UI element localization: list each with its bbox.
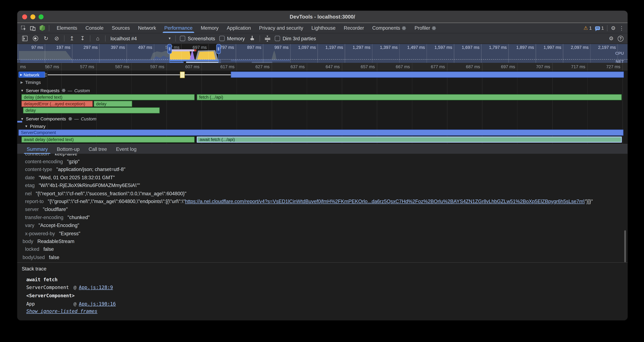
garbage-collect-icon[interactable] (249, 35, 256, 42)
divider (64, 35, 64, 42)
memory-checkbox[interactable]: Memory (219, 36, 245, 41)
inspect-element-icon[interactable] (21, 25, 26, 31)
tab-memory[interactable]: Memory (197, 23, 223, 33)
triangle-down-icon: ▼ (20, 117, 24, 121)
timeline-entry-delayederror-ayed-exception[interactable]: delayedError (...ayed exception) (22, 101, 93, 107)
more-options-icon[interactable]: ⋮ (619, 25, 624, 31)
tab-profiler[interactable]: Profiler (410, 23, 440, 33)
devtools-tabbar: ElementsConsoleSourcesNetworkPerformance… (17, 23, 628, 33)
property-row-transfer-encoding: transfer-encoding"chunked" (17, 213, 628, 221)
overview-tick-label: 1,297 ms (352, 45, 372, 50)
nodejs-icon[interactable] (40, 25, 45, 31)
tab-application[interactable]: Application (223, 23, 255, 33)
timeline-entry-await-delay-deferred-text[interactable]: await delay (deferred text) (22, 136, 195, 143)
tab-call-tree[interactable]: Call tree (84, 144, 112, 154)
devtools-window: DevTools - localhost:3000/ ElementsConso… (17, 10, 628, 321)
frame-source-link[interactable]: App.js:128:9 (79, 285, 113, 290)
property-value: "gzip" (67, 159, 80, 165)
history-dropdown[interactable]: localhost #4 ▼ (110, 36, 171, 41)
zoom-window-button[interactable] (39, 15, 44, 19)
timeline-entry[interactable] (231, 72, 624, 78)
tab-event-log[interactable]: Event log (112, 144, 141, 154)
summary-scroll-area[interactable]: connection"keep-alive"content-encoding"g… (17, 154, 628, 262)
download-profile-icon[interactable]: ↧ (79, 35, 86, 42)
help-icon[interactable]: ? (618, 36, 624, 41)
property-name: x-powered-by (25, 230, 55, 236)
timeline-entry[interactable] (180, 72, 185, 78)
upload-profile-icon[interactable]: ↥ (68, 35, 75, 42)
window-left-handle[interactable] (167, 44, 172, 54)
stack-frame: ServerComponent@App.js:128:9 (22, 283, 628, 291)
tab-recorder[interactable]: Recorder (340, 23, 368, 33)
minimize-window-button[interactable] (30, 15, 35, 19)
property-row-connection: connection"keep-alive" (17, 154, 628, 158)
checkbox-icon (219, 36, 224, 41)
tab-sources[interactable]: Sources (108, 23, 134, 33)
capture-settings-gear-icon[interactable]: ⚙ (609, 36, 614, 41)
server-components-track-header[interactable]: ▼ Server Components — Custom (17, 115, 628, 123)
await-row: await delay (deferred text)await fetch (… (17, 136, 628, 143)
tab-console[interactable]: Console (81, 23, 108, 33)
timeline-entry-delay[interactable]: delay (23, 107, 160, 113)
clear-recording-icon[interactable]: ⊘ (54, 35, 60, 42)
warnings-badge[interactable]: ⚠ 1 (584, 26, 592, 31)
primary-group-row[interactable]: ▼ Primary (17, 123, 628, 129)
tab-lighthouse[interactable]: Lighthouse (307, 23, 340, 33)
overview-baseline (17, 59, 628, 60)
overview-tick-label: 1,197 ms (325, 45, 345, 50)
network-track[interactable]: ▶ Network (17, 71, 628, 79)
timeline-ruler[interactable]: ms567 ms577 ms587 ms597 ms607 ms617 ms62… (17, 63, 628, 71)
property-value: false (49, 254, 60, 260)
record-button[interactable] (32, 35, 38, 42)
property-row-date: date"Wed, 01 Oct 2025 18:32:01 GMT" (17, 174, 628, 181)
react-atom-icon (62, 88, 66, 93)
property-value: "Express" (59, 230, 80, 236)
track-resize-grip[interactable] (44, 73, 47, 77)
network-track-label[interactable]: ▶ Network (18, 72, 45, 78)
property-name: content-encoding (25, 159, 63, 165)
timeline-entry-fetch-api[interactable]: fetch (.../api) (197, 94, 622, 100)
tab-performance[interactable]: Performance (160, 23, 197, 33)
timeline-overview[interactable]: 97 ms197 ms297 ms397 ms497 ms597 ms697 m… (17, 44, 628, 63)
tab-elements[interactable]: Elements (52, 23, 82, 33)
ruler-tick-label: 657 ms (361, 64, 377, 69)
shrink-timeline-icon[interactable] (264, 35, 271, 42)
property-row-bodyused: bodyUsedfalse (17, 253, 628, 261)
scrollbar-thumb[interactable] (624, 230, 626, 262)
tab-privacy-and-security[interactable]: Privacy and security (255, 23, 307, 33)
property-value: "chunked" (68, 214, 90, 220)
settings-gear-icon[interactable]: ⚙ (611, 25, 616, 31)
server-requests-track-header[interactable]: ▼ Server Requests — Custom (17, 87, 628, 94)
window-right-handle[interactable] (216, 44, 221, 54)
timeline-entry-await-fetch-api[interactable]: await fetch (.../api) (197, 136, 622, 143)
home-live-metrics-icon[interactable]: ⌂ (94, 35, 101, 42)
overview-tick-label: 197 ms (56, 45, 72, 50)
show-ignore-listed-frames-link[interactable]: Show ignore-listed frames (26, 308, 98, 314)
titlebar: DevTools - localhost:3000/ (17, 11, 628, 23)
issues-badge[interactable]: 1 (595, 26, 604, 31)
tab-components[interactable]: Components (368, 23, 410, 33)
close-window-button[interactable] (22, 15, 27, 19)
tab-bottom-up[interactable]: Bottom-up (52, 144, 84, 154)
tab-network[interactable]: Network (134, 23, 160, 33)
overview-tick-label: 1,097 ms (298, 45, 318, 50)
toggle-sidebar-icon[interactable] (22, 35, 28, 42)
tab-label: Lighthouse (312, 25, 336, 31)
property-value: "keep-alive" (53, 154, 79, 156)
tab-label: Privacy and security (259, 25, 303, 31)
timeline-entry-delay-deferred-text[interactable]: delay (deferred text) (22, 94, 195, 100)
timings-track[interactable]: ▶ Timings (17, 79, 628, 86)
screenshots-checkbox[interactable]: Screenshots (180, 36, 215, 41)
tab-summary[interactable]: Summary (22, 144, 52, 154)
report-endpoint-link[interactable]: https://a.nel.cloudflare.com/report/v4?s… (185, 199, 584, 204)
record-and-reload-icon[interactable]: ↻ (43, 35, 49, 42)
checkbox-icon (275, 36, 280, 41)
overview-tick-label: 2,097 ms (571, 45, 590, 50)
property-value: ReadableStream (38, 238, 74, 244)
timeline-entry-delay[interactable]: delay (94, 101, 132, 107)
timeline-entry-servercomponent[interactable]: ServerComponent (18, 129, 624, 136)
dim-3rd-parties-checkbox[interactable]: Dim 3rd parties (275, 36, 316, 41)
frame-source-link[interactable]: App.js:190:16 (79, 301, 116, 306)
triangle-right-icon: ▶ (20, 73, 22, 76)
device-toolbar-icon[interactable] (30, 25, 36, 31)
